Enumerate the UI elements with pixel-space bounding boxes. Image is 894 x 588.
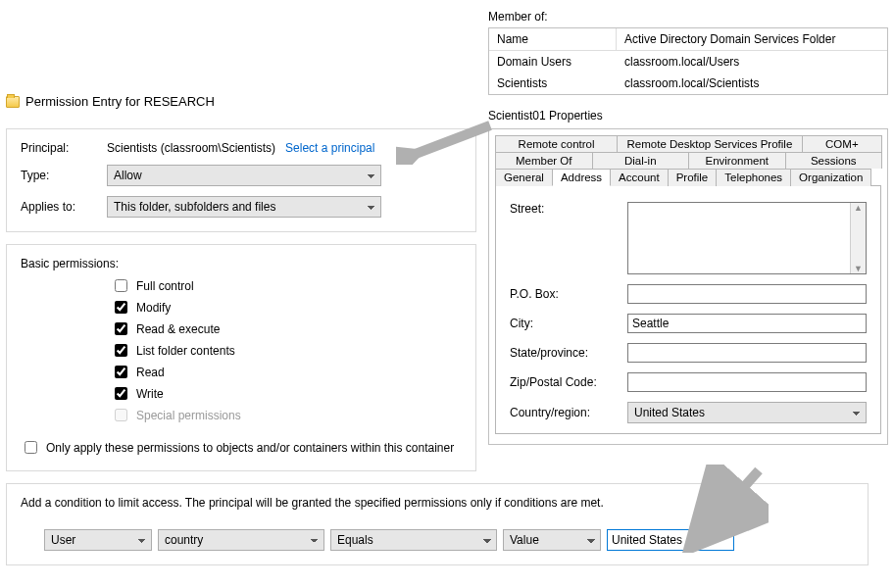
tab-dial-in[interactable]: Dial-in [592,152,690,169]
tab-profile[interactable]: Profile [668,169,718,186]
condition-group: Add a condition to limit access. The pri… [6,483,869,565]
scrollbar[interactable]: ▲▼ [850,203,866,273]
city-label: City: [510,317,627,330]
member-row[interactable]: Scientists classroom.local/Scientists [489,73,887,94]
tab-address[interactable]: Address [552,169,611,186]
only-apply-checkbox[interactable] [25,441,37,454]
member-folder: classroom.local/Scientists [617,73,887,94]
perm-read-execute[interactable] [115,322,127,335]
condition-subject-select[interactable]: User [44,529,152,551]
perm-write-label: Write [136,387,164,401]
state-input[interactable] [627,343,867,363]
perm-read-execute-label: Read & execute [136,322,220,336]
permissions-group: Basic permissions: Full control Modify R… [6,244,476,471]
tab-account[interactable]: Account [610,169,669,186]
city-input[interactable] [627,314,867,333]
member-row[interactable]: Domain Users classroom.local/Users [489,51,887,73]
tab-sessions[interactable]: Sessions [785,152,883,169]
tab-member-of[interactable]: Member Of [495,152,593,169]
perm-write[interactable] [115,387,127,400]
member-col-name[interactable]: Name [489,28,617,50]
perm-modify[interactable] [115,301,127,314]
perm-full-control[interactable] [115,279,127,292]
applies-to-select[interactable]: This folder, subfolders and files [107,196,381,218]
perm-read-label: Read [136,366,165,379]
tab-remote-control[interactable]: Remote control [495,135,618,152]
permission-entry-title: Permission Entry for RESEARCH [25,94,215,109]
properties-title: Scientist01 Properties [488,109,888,122]
perm-list-folder-label: List folder contents [136,344,235,358]
address-tab-content: Street: ▲▼ P.O. Box: City: State/provinc… [495,185,881,434]
condition-attribute-select[interactable]: country [158,529,324,551]
principal-label: Principal: [21,141,107,155]
street-textarea[interactable]: ▲▼ [627,202,867,274]
tab-environment[interactable]: Environment [688,152,786,169]
perm-special-label: Special permissions [136,409,241,422]
state-label: State/province: [510,346,627,360]
tab-remote-desktop[interactable]: Remote Desktop Services Profile [617,135,803,152]
member-of-list: Name Active Directory Domain Services Fo… [488,27,888,95]
zip-label: Zip/Postal Code: [510,375,627,389]
member-col-folder[interactable]: Active Directory Domain Services Folder [617,28,887,50]
perm-list-folder[interactable] [115,344,127,357]
condition-value-input[interactable] [607,529,734,551]
zip-input[interactable] [627,372,867,392]
condition-value-type-select[interactable]: Value [503,529,601,551]
pobox-input[interactable] [627,284,867,304]
principal-group: Principal: Scientists (classroom\Scienti… [6,128,476,232]
basic-permissions-label: Basic permissions: [21,257,462,270]
tab-telephones[interactable]: Telephones [716,169,791,186]
pobox-label: P.O. Box: [510,287,627,301]
condition-operator-select[interactable]: Equals [330,529,497,551]
member-name: Domain Users [489,51,617,73]
member-name: Scientists [489,73,617,94]
member-of-label: Member of: [488,10,888,24]
tab-organization[interactable]: Organization [790,169,871,186]
type-label: Type: [21,169,107,182]
condition-description: Add a condition to limit access. The pri… [21,496,854,510]
country-label: Country/region: [510,406,627,419]
folder-icon [6,96,20,108]
perm-full-control-label: Full control [136,279,194,293]
tab-general[interactable]: General [495,169,553,186]
perm-read[interactable] [115,366,127,378]
properties-dialog: Remote control Remote Desktop Services P… [488,128,888,445]
perm-special [115,409,127,421]
only-apply-label: Only apply these permissions to objects … [46,441,454,455]
applies-to-label: Applies to: [21,200,107,214]
select-principal-link[interactable]: Select a principal [285,141,374,155]
tab-com-plus[interactable]: COM+ [802,135,882,152]
principal-value: Scientists (classroom\Scientists) [107,141,275,155]
country-select[interactable]: United States [627,402,867,423]
member-folder: classroom.local/Users [617,51,887,73]
perm-modify-label: Modify [136,301,171,315]
type-select[interactable]: Allow [107,165,381,186]
street-label: Street: [510,202,627,216]
